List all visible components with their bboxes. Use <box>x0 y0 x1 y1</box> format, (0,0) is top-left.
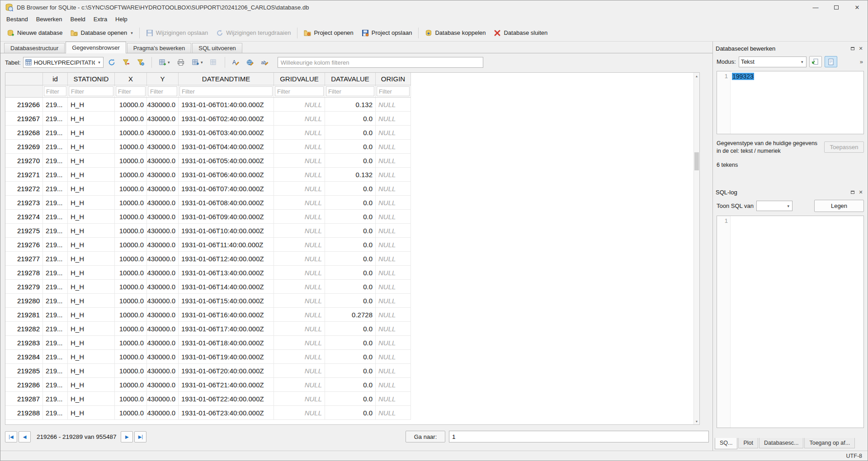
cell-datetime[interactable]: 1931-01-06T11:40:00.000Z <box>179 238 274 252</box>
row-header[interactable]: 219270 <box>5 154 43 168</box>
cell-origin[interactable]: NULL <box>376 238 411 252</box>
row-header[interactable]: 219272 <box>5 182 43 196</box>
row-header[interactable]: 219287 <box>5 392 43 406</box>
cell-x[interactable]: 10000.0 <box>115 294 147 308</box>
cell-x[interactable]: 10000.0 <box>115 406 147 420</box>
cell-value[interactable]: 0.0 <box>325 210 376 224</box>
menu-extra[interactable]: Extra <box>90 14 111 24</box>
column-header-stationid[interactable]: STATIONID <box>68 73 115 85</box>
cell-y[interactable]: 430000.0 <box>147 392 179 406</box>
cell-id[interactable]: 219... <box>43 308 68 322</box>
row-header[interactable]: 219284 <box>5 350 43 364</box>
cell-id[interactable]: 219... <box>43 406 68 420</box>
cell-origin[interactable]: NULL <box>376 154 411 168</box>
close-panel-icon[interactable]: ✕ <box>857 188 865 196</box>
cell-station[interactable]: H_H <box>68 252 115 266</box>
cell-origin[interactable]: NULL <box>376 280 411 294</box>
scrollbar-thumb[interactable] <box>694 152 699 170</box>
cell-value[interactable]: 0.132 <box>325 98 376 112</box>
cell-grid[interactable]: NULL <box>274 126 325 140</box>
cell-value[interactable]: 0.0 <box>325 224 376 238</box>
first-page-button[interactable]: |◀ <box>5 431 17 442</box>
close-icon[interactable]: ✕ <box>847 0 868 14</box>
cell-datetime[interactable]: 1931-01-06T05:40:00.000Z <box>179 154 274 168</box>
filter-options-button[interactable] <box>135 57 147 68</box>
dock-tab-databasestructuur[interactable]: Databasesc... <box>759 438 803 448</box>
cell-datetime[interactable]: 1931-01-06T16:40:00.000Z <box>179 308 274 322</box>
cell-grid[interactable]: NULL <box>274 238 325 252</box>
cell-id[interactable]: 219... <box>43 196 68 210</box>
cell-x[interactable]: 10000.0 <box>115 252 147 266</box>
cell-y[interactable]: 430000.0 <box>147 266 179 280</box>
dock-tab-sql-log[interactable]: SQ... <box>715 438 737 449</box>
row-header[interactable]: 219280 <box>5 294 43 308</box>
row-header[interactable]: 219275 <box>5 224 43 238</box>
cell-value[interactable]: 0.0 <box>325 140 376 154</box>
row-header[interactable]: 219282 <box>5 322 43 336</box>
cell-x[interactable]: 10000.0 <box>115 182 147 196</box>
open-project-button[interactable]: Project openen <box>300 27 357 39</box>
cell-datetime[interactable]: 1931-01-06T07:40:00.000Z <box>179 182 274 196</box>
cell-id[interactable]: 219... <box>43 280 68 294</box>
cell-id[interactable]: 219... <box>43 266 68 280</box>
row-header[interactable]: 219276 <box>5 238 43 252</box>
filter-input-dateandtime[interactable] <box>179 86 273 96</box>
cell-y[interactable]: 430000.0 <box>147 182 179 196</box>
sql-log-editor[interactable]: 1 <box>717 216 864 428</box>
column-header-dateandtime[interactable]: DATEANDTIME <box>179 73 274 85</box>
cell-origin[interactable]: NULL <box>376 350 411 364</box>
cell-id[interactable]: 219... <box>43 364 68 378</box>
cell-origin[interactable]: NULL <box>376 210 411 224</box>
cell-y[interactable]: 430000.0 <box>147 98 179 112</box>
import-table-button[interactable] <box>208 57 220 68</box>
tab-databasestructuur[interactable]: Databasestructuur <box>4 43 65 53</box>
filter-input-id[interactable] <box>44 86 66 96</box>
cell-id[interactable]: 219... <box>43 392 68 406</box>
dock-tab-plot[interactable]: Plot <box>738 438 758 448</box>
row-header[interactable]: 219288 <box>5 406 43 420</box>
cell-origin[interactable]: NULL <box>376 266 411 280</box>
filter-input-y[interactable] <box>148 86 177 96</box>
refresh-button[interactable] <box>106 57 118 68</box>
row-header[interactable]: 219269 <box>5 140 43 154</box>
cell-id[interactable]: 219... <box>43 238 68 252</box>
cell-station[interactable]: H_H <box>68 322 115 336</box>
cell-station[interactable]: H_H <box>68 308 115 322</box>
new-database-button[interactable]: Nieuwe database <box>3 27 66 39</box>
filter-input-origin[interactable] <box>377 86 410 96</box>
clear-log-button[interactable]: Legen <box>814 200 864 212</box>
cell-value[interactable]: 0.132 <box>325 168 376 182</box>
cell-value[interactable]: 0.0 <box>325 112 376 126</box>
save-changes-button[interactable]: Wijzigingen opslaan <box>142 27 212 39</box>
cell-datetime[interactable]: 1931-01-06T10:40:00.000Z <box>179 224 274 238</box>
cell-x[interactable]: 10000.0 <box>115 336 147 350</box>
cell-id[interactable]: 219... <box>43 294 68 308</box>
cell-grid[interactable]: NULL <box>274 210 325 224</box>
cell-id[interactable]: 219... <box>43 126 68 140</box>
cell-station[interactable]: H_H <box>68 266 115 280</box>
column-header-gridvalue[interactable]: GRIDVALUE <box>274 73 325 85</box>
cell-x[interactable]: 10000.0 <box>115 224 147 238</box>
cell-datetime[interactable]: 1931-01-06T09:40:00.000Z <box>179 210 274 224</box>
cell-y[interactable]: 430000.0 <box>147 294 179 308</box>
cell-x[interactable]: 10000.0 <box>115 350 147 364</box>
row-header[interactable]: 219268 <box>5 126 43 140</box>
cell-value[interactable]: 0.0 <box>325 196 376 210</box>
cell-grid[interactable]: NULL <box>274 224 325 238</box>
cell-x[interactable]: 10000.0 <box>115 168 147 182</box>
cell-datetime[interactable]: 1931-01-06T22:40:00.000Z <box>179 392 274 406</box>
row-header[interactable]: 219277 <box>5 252 43 266</box>
row-header[interactable]: 219273 <box>5 196 43 210</box>
last-page-button[interactable]: ▶| <box>134 431 146 442</box>
cell-x[interactable]: 10000.0 <box>115 238 147 252</box>
cell-datetime[interactable]: 1931-01-06T03:40:00.000Z <box>179 126 274 140</box>
cell-value[interactable]: 0.0 <box>325 378 376 392</box>
cell-origin[interactable]: NULL <box>376 392 411 406</box>
cell-station[interactable]: H_H <box>68 140 115 154</box>
cell-grid[interactable]: NULL <box>274 322 325 336</box>
vertical-scrollbar[interactable]: ▲ ▼ <box>693 73 699 424</box>
cell-value[interactable]: 0.0 <box>325 154 376 168</box>
cell-id[interactable]: 219... <box>43 336 68 350</box>
any-column-filter-input[interactable] <box>278 57 483 68</box>
menu-bewerken[interactable]: Bewerken <box>32 14 66 24</box>
